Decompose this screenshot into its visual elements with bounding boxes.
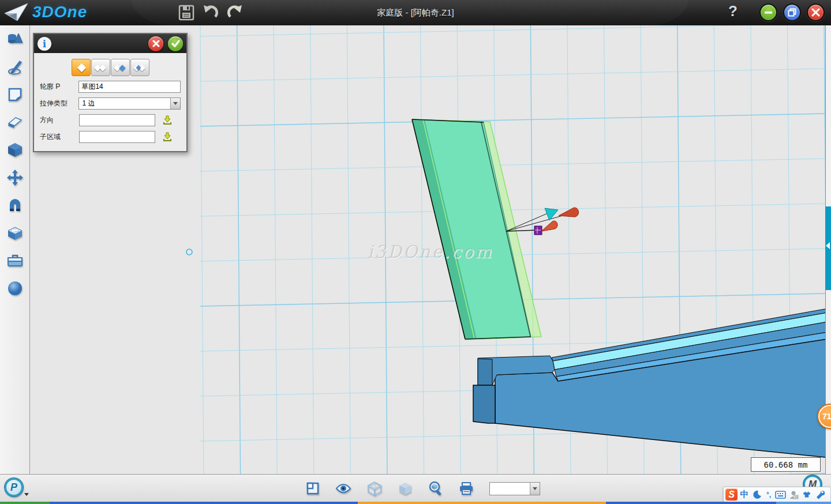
sidebar-item-primitives[interactable] xyxy=(0,25,30,53)
sidebar-item-combine[interactable] xyxy=(0,219,30,247)
toolbox-icon xyxy=(6,253,24,268)
sphere-icon xyxy=(7,280,23,296)
close-button[interactable] xyxy=(807,3,825,21)
panel-expand-arrow-icon xyxy=(826,242,830,249)
ime-fullwidth-moon-icon[interactable] xyxy=(751,488,763,501)
svg-text:14: 14 xyxy=(794,495,798,499)
undo-icon[interactable] xyxy=(202,4,219,21)
left-toolbar xyxy=(0,25,30,474)
sketch-plane-icon xyxy=(7,86,23,103)
extrude-type-value: 1 边 xyxy=(82,99,95,108)
ime-language-toggle[interactable]: 中 xyxy=(739,489,750,500)
eraser-icon xyxy=(6,115,24,129)
extrude-type-select[interactable]: 1 边 xyxy=(78,97,181,110)
dialog-ok-button[interactable] xyxy=(168,36,183,51)
sidebar-item-toolbox[interactable] xyxy=(0,247,30,274)
ime-logo-icon[interactable]: S xyxy=(725,488,738,501)
restore-icon xyxy=(788,8,796,17)
field-label: 轮廓 P xyxy=(40,82,78,92)
ime-userdict-person-icon[interactable]: 14 xyxy=(788,488,799,501)
view-combo-box[interactable] xyxy=(489,482,540,495)
extrude-dialog: i 轮廓 P 拉伸类型 1 xyxy=(33,33,188,152)
restore-button[interactable] xyxy=(783,3,801,21)
dialog-header: i xyxy=(34,34,186,53)
scale-indicator: 60.668 mm xyxy=(751,457,821,472)
field-row-subregion: 子区域 xyxy=(40,131,181,143)
subregion-input[interactable] xyxy=(79,131,155,143)
shaded-cube-icon[interactable] xyxy=(398,481,413,496)
cancel-x-icon xyxy=(152,40,160,47)
taskbar-segment xyxy=(606,502,776,504)
title-bar: 3DOne 家庭版 - [阿帕奇.Z1] ? xyxy=(0,0,831,25)
part-mode-badge[interactable]: P xyxy=(5,478,23,497)
sidebar-item-sketch-plane[interactable] xyxy=(0,81,30,108)
pick-subregion-icon[interactable] xyxy=(162,132,173,142)
taskbar-segment xyxy=(358,502,606,504)
magnet-icon xyxy=(7,197,23,213)
wireframe-cube-icon[interactable] xyxy=(367,481,382,496)
sidebar-item-sketch[interactable] xyxy=(0,53,30,81)
sidebar-item-move[interactable] xyxy=(0,164,30,191)
combo-dropdown-arrow[interactable] xyxy=(530,483,540,495)
redo-icon[interactable] xyxy=(226,4,244,21)
ime-toolbar: S 中 °, 14 xyxy=(723,487,831,502)
brand-name: 3DOne xyxy=(32,3,87,21)
bottom-toolbar: P xyxy=(0,474,831,502)
direction-input[interactable] xyxy=(79,114,155,126)
red-cone-handle-2[interactable] xyxy=(541,221,557,231)
info-icon[interactable]: i xyxy=(38,37,51,51)
view-layout-icon[interactable] xyxy=(306,482,320,495)
mode-extrude-remove-button[interactable] xyxy=(111,59,130,76)
os-taskbar-sliver xyxy=(0,502,831,504)
field-row-direction: 方向 xyxy=(40,114,181,126)
sidebar-item-eraser[interactable] xyxy=(0,108,30,136)
zoom-magnifier-icon[interactable] xyxy=(428,481,443,496)
origin-marker xyxy=(186,249,192,255)
ime-keyboard-icon[interactable] xyxy=(774,488,786,501)
sketch-pencil-icon xyxy=(7,58,23,76)
extrude-preview-slab[interactable] xyxy=(412,119,541,340)
pick-direction-icon[interactable] xyxy=(162,115,173,125)
dialog-cancel-button[interactable] xyxy=(148,36,163,51)
save-icon[interactable] xyxy=(178,4,195,21)
minimize-button[interactable] xyxy=(759,3,777,21)
ime-skin-tshirt-icon[interactable] xyxy=(801,488,813,501)
visibility-eye-icon[interactable] xyxy=(335,483,351,494)
field-label: 拉伸类型 xyxy=(40,99,78,108)
ime-punctuation-toggle[interactable]: °, xyxy=(765,491,773,499)
red-cone-handle-1[interactable] xyxy=(559,208,579,217)
mode-extrude-intersect-button[interactable] xyxy=(130,59,149,76)
close-icon xyxy=(811,8,820,17)
field-row-extrude-type: 拉伸类型 1 边 xyxy=(40,97,181,110)
view-controls xyxy=(306,475,540,502)
minimize-icon xyxy=(764,8,773,17)
print-icon[interactable] xyxy=(459,482,474,495)
help-button[interactable]: ? xyxy=(724,2,742,23)
paper-plane-icon xyxy=(3,2,29,22)
extrude-mode-buttons xyxy=(34,59,186,76)
mode-extrude-base-button[interactable] xyxy=(72,59,91,76)
taskbar-segment xyxy=(50,502,358,504)
sidebar-item-material[interactable] xyxy=(0,274,30,302)
taskbar-segment xyxy=(776,502,831,504)
right-panel-tab[interactable] xyxy=(825,206,831,290)
sidebar-item-assembly[interactable] xyxy=(0,191,30,219)
primitives-icon xyxy=(6,31,24,47)
app-logo: 3DOne xyxy=(3,2,87,22)
field-label: 方向 xyxy=(40,115,79,125)
sidebar-item-solid[interactable] xyxy=(0,136,30,164)
select-dropdown-arrow[interactable] xyxy=(170,98,180,109)
combine-box-icon xyxy=(6,225,24,241)
cube-icon xyxy=(7,142,23,158)
field-row-profile: 轮廓 P xyxy=(40,81,181,93)
mode-extrude-add-button[interactable] xyxy=(91,59,110,76)
extrude-drag-handles[interactable] xyxy=(506,207,579,235)
mode-caret-icon[interactable] xyxy=(24,493,29,496)
ime-settings-wrench-icon[interactable] xyxy=(814,488,826,501)
ok-check-icon xyxy=(171,40,180,47)
taskbar-segment xyxy=(0,502,50,504)
field-label: 子区域 xyxy=(40,132,79,142)
move-arrows-icon xyxy=(6,169,24,186)
profile-input[interactable] xyxy=(78,81,181,93)
